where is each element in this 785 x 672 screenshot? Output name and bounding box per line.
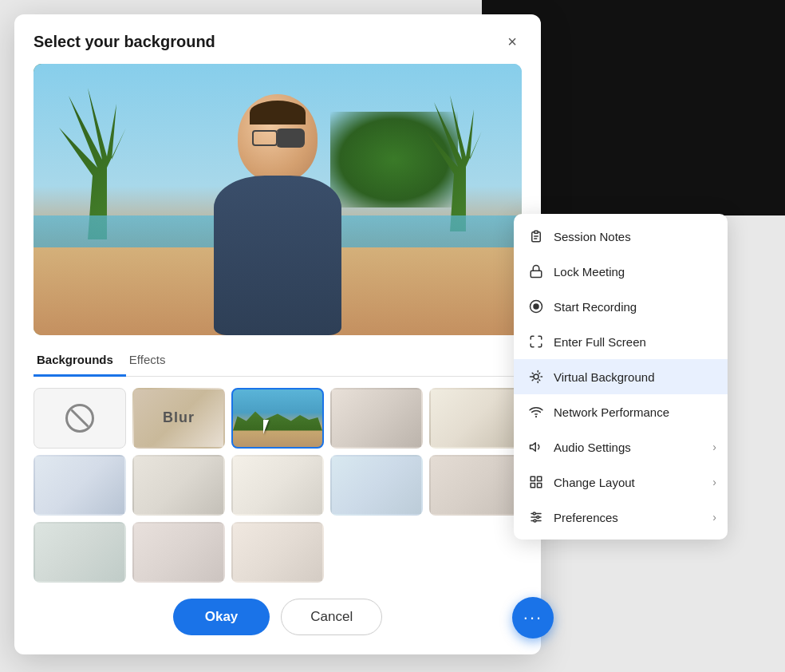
bg-item-room6[interactable] — [330, 455, 423, 516]
menu-item-enter-fullscreen[interactable]: Enter Full Screen — [514, 324, 728, 359]
svg-marker-8 — [531, 443, 536, 452]
fullscreen-icon — [528, 334, 544, 350]
okay-button[interactable]: Okay — [173, 599, 270, 635]
svg-point-16 — [533, 512, 535, 515]
svg-rect-10 — [538, 476, 542, 480]
tab-backgrounds[interactable]: Backgrounds — [34, 346, 126, 377]
bg-item-room7[interactable] — [429, 455, 522, 516]
modal-actions: Okay Cancel — [34, 599, 522, 635]
svg-point-17 — [537, 516, 539, 519]
svg-point-6 — [534, 374, 538, 379]
menu-item-lock-meeting[interactable]: Lock Meeting — [514, 254, 728, 289]
session-notes-label: Session Notes — [554, 230, 631, 243]
person-head — [238, 94, 318, 182]
audio-settings-arrow: › — [712, 441, 716, 453]
cancel-button[interactable]: Cancel — [281, 599, 382, 635]
svg-rect-12 — [531, 484, 535, 488]
layout-icon — [528, 474, 544, 490]
clipboard-icon — [528, 228, 544, 244]
person-body — [214, 176, 341, 335]
svg-rect-0 — [535, 231, 538, 233]
fab-dots-icon: ··· — [523, 609, 542, 627]
enter-fullscreen-label: Enter Full Screen — [554, 335, 646, 349]
bg-item-none[interactable] — [34, 388, 126, 449]
tabs-bar: Backgrounds Effects — [34, 346, 522, 377]
backgrounds-grid: Blur — [34, 388, 522, 583]
svg-point-18 — [534, 520, 536, 522]
preview-area — [34, 64, 522, 335]
record-icon — [528, 298, 544, 314]
bg-item-room2[interactable] — [429, 388, 522, 449]
menu-item-session-notes[interactable]: Session Notes — [514, 219, 728, 254]
person-figure — [214, 88, 341, 335]
change-layout-label: Change Layout — [554, 476, 635, 489]
modal-title: Select your background — [34, 33, 215, 51]
wifi-icon — [528, 404, 544, 420]
close-button[interactable]: × — [503, 32, 522, 51]
preferences-arrow: › — [712, 511, 716, 524]
tab-effects[interactable]: Effects — [126, 346, 179, 377]
start-recording-label: Start Recording — [554, 300, 637, 314]
menu-item-change-layout[interactable]: Change Layout › — [514, 464, 728, 500]
bg-item-room8[interactable] — [34, 522, 126, 583]
menu-item-audio-settings[interactable]: Audio Settings › — [514, 429, 728, 464]
svg-rect-9 — [531, 476, 535, 480]
bg-item-beach[interactable] — [231, 388, 324, 449]
lock-meeting-label: Lock Meeting — [554, 265, 625, 279]
bg-item-room10[interactable] — [231, 522, 324, 583]
cursor-icon — [263, 420, 274, 436]
svg-rect-11 — [538, 484, 542, 488]
menu-item-preferences[interactable]: Preferences › — [514, 500, 728, 535]
sliders-icon — [528, 509, 544, 525]
bg-item-room4[interactable] — [132, 455, 225, 516]
preview-scene — [34, 64, 522, 335]
virtual-background-label: Virtual Background — [554, 370, 654, 384]
background-modal: Select your background × Backgrounds Eff… — [14, 14, 541, 654]
none-icon — [65, 404, 94, 433]
modal-header: Select your background × — [34, 32, 522, 51]
menu-item-network-performance[interactable]: Network Performance — [514, 394, 728, 429]
tree-background — [330, 112, 458, 208]
bg-item-room9[interactable] — [132, 522, 225, 583]
bg-item-room3[interactable] — [34, 455, 126, 516]
svg-rect-3 — [531, 271, 542, 277]
bg-item-room1[interactable] — [330, 388, 423, 449]
preferences-label: Preferences — [554, 511, 618, 524]
svg-point-5 — [534, 304, 538, 309]
lock-icon — [528, 263, 544, 279]
fab-button[interactable]: ··· — [512, 597, 554, 638]
bg-item-blur[interactable]: Blur — [132, 388, 225, 449]
menu-item-virtual-background[interactable]: Virtual Background — [514, 359, 728, 394]
audio-settings-label: Audio Settings — [554, 441, 631, 454]
bg-item-room5[interactable] — [231, 455, 324, 516]
magic-icon — [528, 369, 544, 385]
menu-item-start-recording[interactable]: Start Recording — [514, 289, 728, 324]
context-menu: Session Notes Lock Meeting Start Recordi… — [514, 214, 728, 540]
audio-icon — [528, 439, 544, 455]
blur-label: Blur — [163, 409, 195, 426]
network-performance-label: Network Performance — [554, 405, 669, 419]
change-layout-arrow: › — [712, 476, 716, 488]
